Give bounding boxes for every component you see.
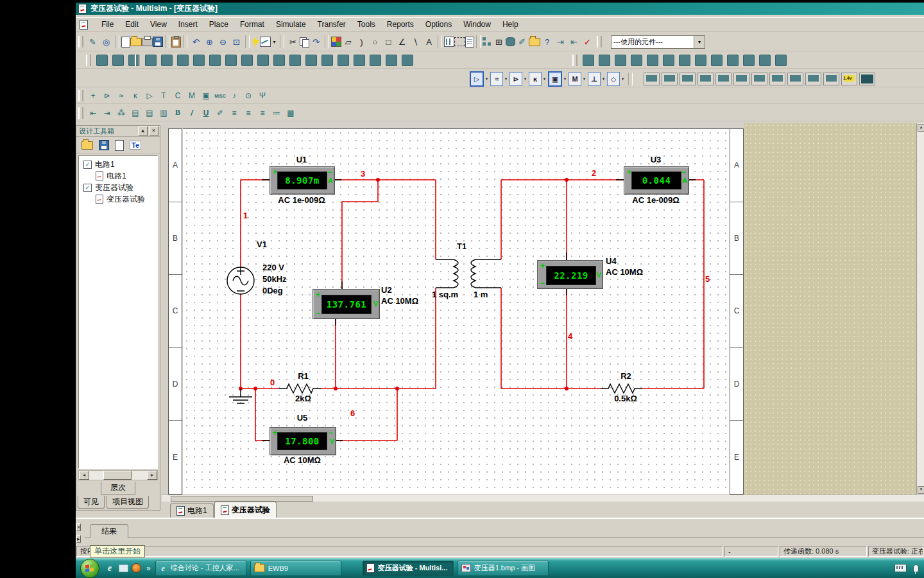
- family-dropdown-icon[interactable]: ▾: [620, 76, 626, 82]
- meter-setting-label[interactable]: AC 10MΩ: [381, 296, 418, 306]
- paste-icon[interactable]: [171, 37, 181, 48]
- component-button[interactable]: [112, 55, 124, 66]
- picture-icon[interactable]: [331, 37, 341, 47]
- bold-icon[interactable]: B: [171, 107, 185, 119]
- component-button[interactable]: [145, 55, 157, 66]
- word-generator-instrument[interactable]: [769, 73, 785, 85]
- toolbar-grip[interactable]: [86, 55, 91, 66]
- separator[interactable]: [115, 35, 119, 48]
- color-icon[interactable]: ⁂: [114, 107, 128, 119]
- keyboard-layout-icon[interactable]: [894, 564, 907, 572]
- net-number-label[interactable]: 3: [361, 169, 365, 179]
- analyses-dropdown-icon[interactable]: ▾: [271, 35, 278, 49]
- menu-item[interactable]: Help: [497, 18, 524, 31]
- component-button[interactable]: [743, 55, 755, 66]
- bode-plotter-instrument[interactable]: [733, 73, 749, 85]
- undo-icon[interactable]: ↶: [189, 35, 203, 49]
- toolbox-bottom-tab[interactable]: 可见: [78, 496, 105, 509]
- family-dropdown-icon[interactable]: ▾: [503, 76, 509, 82]
- list-icon[interactable]: ≔: [270, 107, 284, 119]
- mdi-document-icon[interactable]: [80, 20, 88, 30]
- ammeter-U1[interactable]: +− 8.907m A: [270, 166, 335, 195]
- analyses-icon[interactable]: [260, 37, 271, 47]
- component-button[interactable]: [647, 55, 658, 66]
- source-value-label[interactable]: 220 V: [262, 263, 284, 272]
- resistor-value-label[interactable]: 2kΩ: [286, 394, 321, 403]
- component-button[interactable]: [583, 55, 594, 66]
- menu-item[interactable]: Simulate: [270, 18, 312, 31]
- component-button[interactable]: [402, 55, 413, 66]
- separator[interactable]: [476, 35, 481, 48]
- transistor-family-button[interactable]: κ: [529, 72, 542, 86]
- sheet-tab[interactable]: 变压器试验: [214, 502, 277, 518]
- image-icon[interactable]: ▥: [157, 107, 171, 119]
- refdes-label[interactable]: U3: [624, 155, 688, 164]
- separator[interactable]: [280, 35, 284, 48]
- component-button[interactable]: [354, 55, 365, 66]
- menu-item[interactable]: View: [144, 18, 173, 31]
- microphone-icon[interactable]: [913, 565, 919, 572]
- diode-virtual-icon[interactable]: ⊳: [100, 89, 114, 102]
- toolbar-grip[interactable]: [78, 107, 83, 119]
- picture-frame-icon[interactable]: ▩: [284, 107, 298, 119]
- labview-instrument[interactable]: [859, 73, 875, 85]
- component-button[interactable]: [386, 55, 397, 66]
- erc-check-icon[interactable]: ✐: [515, 35, 529, 49]
- component-button[interactable]: [305, 55, 317, 66]
- zoom-out-icon[interactable]: ⊖: [216, 35, 230, 49]
- align-center-icon[interactable]: ≡: [241, 107, 255, 119]
- net-number-label[interactable]: 1: [243, 211, 248, 220]
- net-number-label[interactable]: 0: [270, 378, 275, 387]
- refdes-label[interactable]: V1: [257, 240, 267, 249]
- component-button[interactable]: [193, 55, 205, 66]
- pen-icon[interactable]: ✐: [213, 107, 227, 119]
- ammeter-U3[interactable]: +− 0.044 A: [624, 166, 689, 195]
- rated-virtual-icon[interactable]: ▣: [199, 89, 213, 102]
- voltmeter-U5[interactable]: +− 17.800 V: [270, 427, 336, 455]
- lock-doc-icon[interactable]: ▤: [142, 107, 157, 119]
- toolbox-bottom-tab[interactable]: 项目视图: [107, 496, 149, 509]
- transformer-secondary-label[interactable]: 1 m: [474, 290, 488, 299]
- menu-item[interactable]: Tools: [352, 18, 381, 31]
- cmos-virtual-icon[interactable]: C: [171, 89, 185, 102]
- indicator-family-button[interactable]: ◇: [607, 72, 620, 86]
- menu-item[interactable]: Format: [234, 18, 270, 31]
- component-button[interactable]: [711, 55, 723, 66]
- scroll-left-icon[interactable]: ◂: [79, 471, 89, 480]
- component-button[interactable]: [695, 55, 706, 66]
- text-icon[interactable]: A: [422, 35, 436, 49]
- misc-family-button[interactable]: M: [569, 72, 581, 86]
- refdes-label[interactable]: U1: [270, 155, 334, 164]
- refdes-label[interactable]: R2: [608, 371, 644, 381]
- results-tab[interactable]: 结果: [90, 524, 128, 538]
- component-button[interactable]: [177, 55, 189, 66]
- zoom-area-icon[interactable]: ⊡: [230, 35, 243, 49]
- results-expand-icon[interactable]: ▸: [76, 535, 81, 543]
- checkbox-icon[interactable]: ✓: [83, 184, 92, 192]
- zoom-window-icon[interactable]: ◎: [99, 35, 113, 49]
- meter-setting-label[interactable]: AC 1e-009Ω: [263, 195, 340, 205]
- component-button[interactable]: [161, 55, 173, 66]
- component-button[interactable]: [209, 55, 221, 66]
- source-phase-label[interactable]: 0Deg: [262, 286, 283, 295]
- combo-dropdown-icon[interactable]: ▾: [694, 36, 705, 48]
- family-dropdown-icon[interactable]: ▾: [562, 76, 568, 82]
- tree-subitem[interactable]: 变压器试验: [79, 193, 157, 205]
- component-button[interactable]: [338, 55, 349, 66]
- misc-virtual-icon[interactable]: MISC: [213, 89, 227, 102]
- analog-virtual-icon[interactable]: ▷: [142, 89, 157, 102]
- separator[interactable]: [245, 35, 250, 48]
- component-button[interactable]: [289, 55, 301, 66]
- family-dropdown-icon[interactable]: ▾: [581, 76, 587, 82]
- redo-icon[interactable]: ↷: [309, 35, 323, 49]
- checkbox-icon[interactable]: ✓: [83, 161, 92, 169]
- component-button[interactable]: [615, 55, 626, 66]
- family-dropdown-icon[interactable]: ▾: [542, 76, 547, 82]
- new-file-icon[interactable]: [121, 37, 130, 48]
- media-player-icon[interactable]: [132, 563, 141, 573]
- arc-icon[interactable]: ): [355, 35, 368, 49]
- open-sample-icon[interactable]: [529, 38, 540, 46]
- align-right-icon[interactable]: ≡: [255, 107, 270, 119]
- frequency-counter-instrument[interactable]: [751, 73, 767, 85]
- family-dropdown-icon[interactable]: ▾: [522, 76, 528, 82]
